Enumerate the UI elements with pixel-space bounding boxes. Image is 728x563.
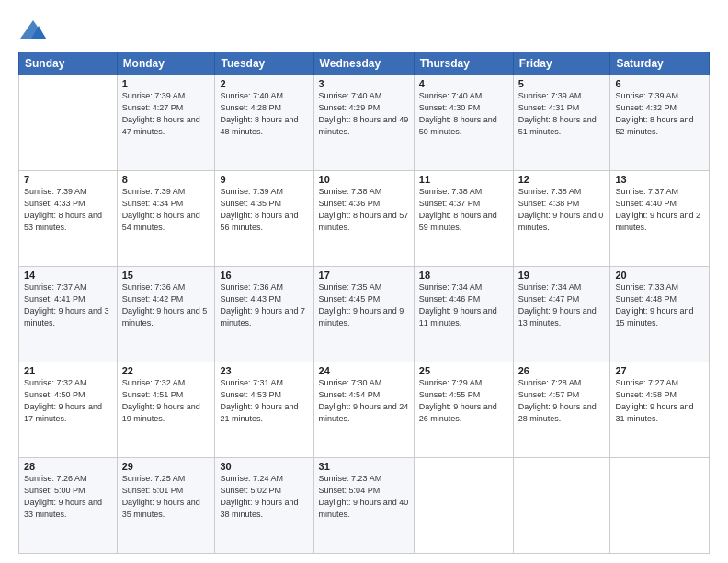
calendar-cell: 2Sunrise: 7:40 AMSunset: 4:28 PMDaylight… [215,75,313,171]
day-number: 13 [615,174,704,185]
day-info: Sunrise: 7:38 AMSunset: 4:38 PMDaylight:… [518,187,604,232]
day-number: 23 [220,365,308,376]
day-number: 17 [319,270,409,281]
day-number: 5 [518,78,606,89]
day-info: Sunrise: 7:32 AMSunset: 4:50 PMDaylight:… [24,378,102,423]
calendar-table: SundayMondayTuesdayWednesdayThursdayFrid… [18,52,710,554]
day-info: Sunrise: 7:26 AMSunset: 5:00 PMDaylight:… [24,474,102,519]
calendar-cell [513,458,610,554]
day-info: Sunrise: 7:39 AMSunset: 4:33 PMDaylight:… [24,187,102,232]
calendar-cell [414,458,513,554]
day-number: 15 [122,270,210,281]
day-number: 30 [220,461,308,472]
day-info: Sunrise: 7:40 AMSunset: 4:28 PMDaylight:… [220,91,298,136]
calendar-cell: 10Sunrise: 7:38 AMSunset: 4:36 PMDayligh… [313,171,414,267]
calendar-cell: 22Sunrise: 7:32 AMSunset: 4:51 PMDayligh… [117,362,215,458]
weekday-header-cell: Saturday [610,52,710,75]
day-info: Sunrise: 7:40 AMSunset: 4:30 PMDaylight:… [419,91,497,136]
day-number: 21 [24,365,112,376]
calendar-cell: 17Sunrise: 7:35 AMSunset: 4:45 PMDayligh… [313,267,414,362]
calendar-cell: 13Sunrise: 7:37 AMSunset: 4:40 PMDayligh… [610,171,710,267]
calendar-cell: 16Sunrise: 7:36 AMSunset: 4:43 PMDayligh… [215,267,313,362]
day-number: 22 [122,365,210,376]
day-info: Sunrise: 7:33 AMSunset: 4:48 PMDaylight:… [615,282,693,327]
calendar-cell: 24Sunrise: 7:30 AMSunset: 4:54 PMDayligh… [313,362,414,458]
weekday-header-cell: Wednesday [313,52,414,75]
calendar-cell: 7Sunrise: 7:39 AMSunset: 4:33 PMDaylight… [19,171,118,267]
calendar-cell [610,458,710,554]
day-info: Sunrise: 7:32 AMSunset: 4:51 PMDaylight:… [122,378,200,423]
day-info: Sunrise: 7:27 AMSunset: 4:58 PMDaylight:… [615,378,693,423]
day-info: Sunrise: 7:28 AMSunset: 4:57 PMDaylight:… [518,378,597,423]
day-info: Sunrise: 7:39 AMSunset: 4:27 PMDaylight:… [122,91,200,136]
calendar-cell: 9Sunrise: 7:39 AMSunset: 4:35 PMDaylight… [215,171,313,267]
weekday-header-cell: Tuesday [215,52,313,75]
day-number: 28 [24,461,112,472]
day-number: 3 [319,78,409,89]
header [18,15,710,44]
day-number: 24 [319,365,409,376]
calendar-cell: 25Sunrise: 7:29 AMSunset: 4:55 PMDayligh… [414,362,513,458]
calendar-cell: 1Sunrise: 7:39 AMSunset: 4:27 PMDaylight… [117,75,215,171]
calendar-cell: 14Sunrise: 7:37 AMSunset: 4:41 PMDayligh… [19,267,118,362]
calendar-row: 21Sunrise: 7:32 AMSunset: 4:50 PMDayligh… [19,362,710,458]
day-info: Sunrise: 7:35 AMSunset: 4:45 PMDaylight:… [319,282,404,327]
day-info: Sunrise: 7:38 AMSunset: 4:36 PMDaylight:… [319,187,409,232]
calendar-cell: 26Sunrise: 7:28 AMSunset: 4:57 PMDayligh… [513,362,610,458]
calendar-cell: 4Sunrise: 7:40 AMSunset: 4:30 PMDaylight… [414,75,513,171]
calendar-cell: 20Sunrise: 7:33 AMSunset: 4:48 PMDayligh… [610,267,710,362]
day-info: Sunrise: 7:31 AMSunset: 4:53 PMDaylight:… [220,378,298,423]
calendar-cell: 28Sunrise: 7:26 AMSunset: 5:00 PMDayligh… [19,458,118,554]
day-info: Sunrise: 7:37 AMSunset: 4:40 PMDaylight:… [615,187,700,232]
day-info: Sunrise: 7:39 AMSunset: 4:35 PMDaylight:… [220,187,298,232]
calendar-cell: 11Sunrise: 7:38 AMSunset: 4:37 PMDayligh… [414,171,513,267]
day-info: Sunrise: 7:39 AMSunset: 4:32 PMDaylight:… [615,91,693,136]
day-number: 4 [419,78,508,89]
day-info: Sunrise: 7:25 AMSunset: 5:01 PMDaylight:… [122,474,200,519]
calendar-row: 28Sunrise: 7:26 AMSunset: 5:00 PMDayligh… [19,458,710,554]
day-number: 31 [319,461,409,472]
day-info: Sunrise: 7:36 AMSunset: 4:43 PMDaylight:… [220,282,305,327]
day-info: Sunrise: 7:38 AMSunset: 4:37 PMDaylight:… [419,187,497,232]
calendar-row: 7Sunrise: 7:39 AMSunset: 4:33 PMDaylight… [19,171,710,267]
calendar-cell: 3Sunrise: 7:40 AMSunset: 4:29 PMDaylight… [313,75,414,171]
calendar-cell: 12Sunrise: 7:38 AMSunset: 4:38 PMDayligh… [513,171,610,267]
day-number: 29 [122,461,210,472]
day-number: 11 [419,174,508,185]
weekday-header: SundayMondayTuesdayWednesdayThursdayFrid… [19,52,710,75]
weekday-header-cell: Thursday [414,52,513,75]
day-number: 27 [615,365,704,376]
day-info: Sunrise: 7:36 AMSunset: 4:42 PMDaylight:… [122,282,208,327]
day-number: 8 [122,174,210,185]
calendar-cell: 27Sunrise: 7:27 AMSunset: 4:58 PMDayligh… [610,362,710,458]
day-info: Sunrise: 7:24 AMSunset: 5:02 PMDaylight:… [220,474,298,519]
day-info: Sunrise: 7:34 AMSunset: 4:47 PMDaylight:… [518,282,597,327]
day-info: Sunrise: 7:23 AMSunset: 5:04 PMDaylight:… [319,474,409,519]
logo-icon [18,18,48,44]
calendar-cell: 15Sunrise: 7:36 AMSunset: 4:42 PMDayligh… [117,267,215,362]
day-info: Sunrise: 7:30 AMSunset: 4:54 PMDaylight:… [319,378,409,423]
page: SundayMondayTuesdayWednesdayThursdayFrid… [0,0,728,563]
day-info: Sunrise: 7:37 AMSunset: 4:41 PMDaylight:… [24,282,109,327]
calendar-cell: 18Sunrise: 7:34 AMSunset: 4:46 PMDayligh… [414,267,513,362]
day-number: 26 [518,365,606,376]
day-info: Sunrise: 7:34 AMSunset: 4:46 PMDaylight:… [419,282,497,327]
weekday-header-cell: Sunday [19,52,118,75]
day-number: 2 [220,78,308,89]
day-number: 1 [122,78,210,89]
day-number: 18 [419,270,508,281]
day-number: 12 [518,174,606,185]
day-info: Sunrise: 7:39 AMSunset: 4:34 PMDaylight:… [122,187,200,232]
day-number: 10 [319,174,409,185]
day-number: 19 [518,270,606,281]
weekday-header-cell: Monday [117,52,215,75]
day-number: 9 [220,174,308,185]
calendar-cell: 29Sunrise: 7:25 AMSunset: 5:01 PMDayligh… [117,458,215,554]
weekday-header-cell: Friday [513,52,610,75]
day-info: Sunrise: 7:29 AMSunset: 4:55 PMDaylight:… [419,378,497,423]
day-number: 14 [24,270,112,281]
calendar-cell: 23Sunrise: 7:31 AMSunset: 4:53 PMDayligh… [215,362,313,458]
calendar-row: 14Sunrise: 7:37 AMSunset: 4:41 PMDayligh… [19,267,710,362]
calendar-cell: 5Sunrise: 7:39 AMSunset: 4:31 PMDaylight… [513,75,610,171]
calendar-cell: 30Sunrise: 7:24 AMSunset: 5:02 PMDayligh… [215,458,313,554]
